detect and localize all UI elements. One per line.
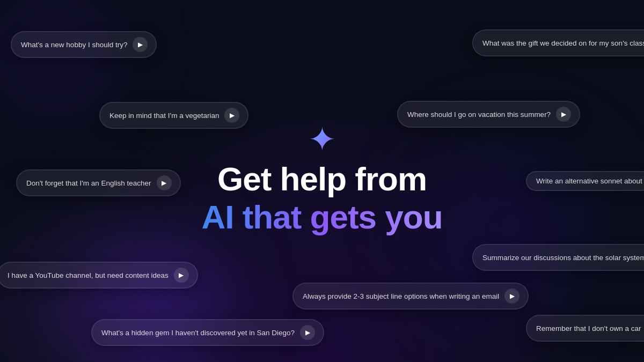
chip-gift-text: What was the gift we decided on for my s… xyxy=(482,39,644,47)
chip-sandiego-arrow-icon: ▶ xyxy=(300,325,315,340)
chip-youtube-arrow-icon: ▶ xyxy=(174,268,189,283)
chip-vacation[interactable]: Where should I go on vacation this summe… xyxy=(397,101,580,128)
chip-english-arrow-icon: ▶ xyxy=(157,175,172,190)
chip-email-text: Always provide 2-3 subject line options … xyxy=(303,292,499,300)
page-headline: Get help from AI that gets you xyxy=(201,160,442,237)
chip-vacation-text: Where should I go on vacation this summe… xyxy=(407,110,551,119)
chip-solar[interactable]: Summarize our discussions about the sola… xyxy=(472,244,644,271)
chip-vegetarian-text: Keep in mind that I'm a vegetarian xyxy=(109,112,219,120)
chip-sandiego[interactable]: What's a hidden gem I haven't discovered… xyxy=(91,319,324,346)
chip-hobby-text: What's a new hobby I should try? xyxy=(21,41,127,49)
chip-solar-text: Summarize our discussions about the sola… xyxy=(482,254,644,262)
chip-sandiego-text: What's a hidden gem I haven't discovered… xyxy=(101,329,295,337)
chip-english[interactable]: Don't forget that I'm an English teacher… xyxy=(16,169,181,196)
chip-email-arrow-icon: ▶ xyxy=(504,289,519,304)
chip-vegetarian-arrow-icon: ▶ xyxy=(224,108,239,123)
chip-youtube-text: I have a YouTube channel, but need conte… xyxy=(8,271,169,279)
chip-sonnet-text: Write an alternative sonnet about xyxy=(536,177,642,185)
gemini-star-icon xyxy=(309,125,335,152)
chip-english-text: Don't forget that I'm an English teacher xyxy=(26,179,151,187)
chip-email[interactable]: Always provide 2-3 subject line options … xyxy=(292,283,529,309)
headline-line2: AI that gets you xyxy=(201,197,442,237)
hero-content: Get help from AI that gets you xyxy=(201,125,442,237)
chip-car-text: Remember that I don't own a car xyxy=(536,324,641,333)
chip-hobby-arrow-icon: ▶ xyxy=(133,37,148,52)
chip-car[interactable]: Remember that I don't own a car▶ xyxy=(526,315,644,342)
scene: Get help from AI that gets you What's a … xyxy=(0,0,644,362)
chip-vacation-arrow-icon: ▶ xyxy=(556,107,571,122)
chip-sonnet[interactable]: Write an alternative sonnet about xyxy=(526,171,644,191)
chip-youtube[interactable]: I have a YouTube channel, but need conte… xyxy=(0,262,198,289)
chip-gift[interactable]: What was the gift we decided on for my s… xyxy=(472,29,644,56)
headline-line1: Get help from xyxy=(217,160,427,197)
chip-hobby[interactable]: What's a new hobby I should try?▶ xyxy=(11,31,157,58)
